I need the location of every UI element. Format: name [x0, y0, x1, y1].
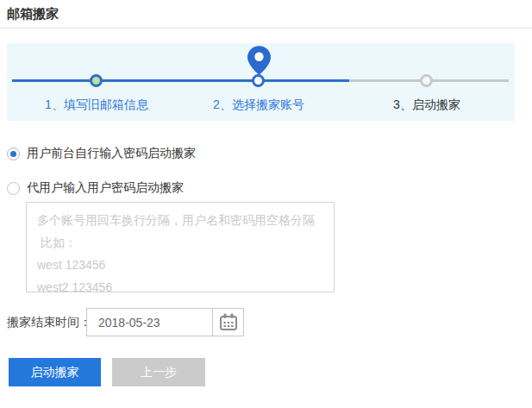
step-dot-1-done	[90, 74, 103, 87]
start-migration-button[interactable]: 启动搬家	[9, 358, 101, 386]
calendar-picker-button[interactable]	[212, 309, 243, 336]
radio-selected-icon[interactable]	[7, 148, 20, 160]
option-admin-input-password[interactable]: 代用户输入用户密码启动搬家	[7, 181, 184, 195]
stepper-track-done	[12, 79, 349, 82]
step-dot-3-pending	[420, 74, 433, 87]
placeholder-line: west2 123456	[37, 276, 323, 292]
radio-unselected-icon[interactable]	[7, 182, 20, 195]
calendar-icon	[219, 313, 238, 331]
placeholder-line: west 123456	[37, 254, 323, 276]
page-title: 邮箱搬家	[7, 6, 59, 22]
end-date-input[interactable]: 2018-05-23	[86, 308, 244, 336]
end-date-label: 搬家结束时间：	[7, 315, 91, 330]
end-date-value[interactable]: 2018-05-23	[87, 316, 212, 330]
step-label-start-migration: 3、启动搬家	[341, 97, 513, 113]
step-label-select-accounts: 2、选择搬家账号	[172, 97, 345, 113]
placeholder-line: 比如：	[37, 231, 323, 254]
previous-step-button[interactable]: 上一步	[112, 358, 205, 386]
placeholder-line: 多个账号用回车换行分隔，用户名和密码用空格分隔	[37, 209, 323, 231]
account-list-input[interactable]: 多个账号用回车换行分隔，用户名和密码用空格分隔 比如： west 123456 …	[26, 202, 335, 292]
step-label-fill-old-mail-info: 1、填写旧邮箱信息	[10, 97, 183, 113]
step-dot-2-current	[252, 74, 265, 87]
option-label: 代用户输入用户密码启动搬家	[27, 180, 184, 196]
migration-stepper: 1、填写旧邮箱信息 2、选择搬家账号 3、启动搬家	[7, 43, 515, 121]
option-label: 用户前台自行输入密码启动搬家	[27, 146, 196, 161]
title-divider	[0, 28, 532, 28]
option-user-self-input-password[interactable]: 用户前台自行输入密码启动搬家	[7, 147, 196, 160]
